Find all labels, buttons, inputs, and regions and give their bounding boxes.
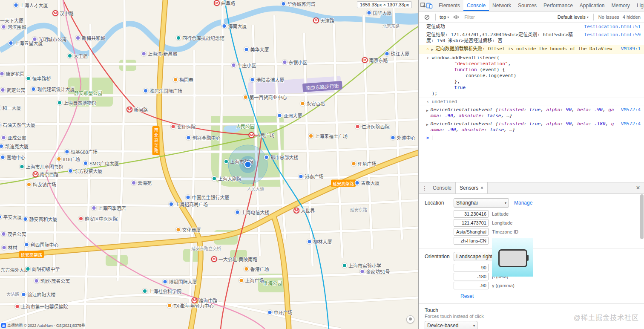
map-marker[interactable]: 平安大厦 — [0, 214, 22, 220]
reset-orientation-button[interactable]: Reset — [460, 293, 474, 299]
tab-network[interactable]: Network — [489, 0, 515, 11]
map-marker[interactable]: 港泰广场 — [299, 173, 324, 180]
tab-performance[interactable]: Performance — [540, 0, 576, 11]
source-link[interactable]: VM189:1 — [621, 46, 641, 52]
map-marker[interactable]: 东银小区 — [282, 59, 308, 66]
map-marker[interactable]: M天潼路 — [313, 17, 334, 24]
map-marker[interactable]: 雅居乐国际广场 — [143, 87, 182, 94]
map-marker[interactable]: SMG广电大厦 — [83, 160, 119, 167]
scrollbar-thumb[interactable] — [640, 194, 644, 239]
map-marker[interactable]: 仁济医院西院 — [355, 123, 390, 130]
map-marker[interactable]: 林村 — [2, 244, 17, 251]
map-marker[interactable]: 一天下大厦 — [0, 17, 23, 24]
map-pane[interactable]: 上海人才大厦M汉中路一天下大厦河滨围城M曲阜路华侨城苏河湾M天潼路国华大厦珠江大… — [0, 0, 418, 329]
map-marker[interactable]: 恒基688广场 — [64, 148, 97, 155]
map-marker[interactable]: 上海市第一妇婴保健院 — [15, 303, 68, 310]
console-filter-input[interactable] — [463, 14, 546, 20]
map-marker[interactable]: M南京西路 — [33, 171, 59, 178]
map-marker[interactable]: 大王庙 — [67, 52, 88, 59]
map-marker[interactable]: 818广场 — [56, 156, 80, 162]
map-marker[interactable]: 香港广场 — [244, 266, 269, 272]
map-marker[interactable]: 美华大厦 — [244, 46, 269, 53]
map-marker[interactable]: 上海四季酒店 — [92, 205, 126, 211]
map-marker[interactable]: 柳林大厦 — [307, 238, 332, 245]
map-marker[interactable]: 凯欣·茂名公寓 — [34, 277, 70, 284]
source-link[interactable]: testlocation.html:51 — [584, 24, 641, 30]
map-marker[interactable]: 牛庄小区 — [231, 62, 256, 69]
map-marker[interactable]: 上海市儿童图书馆 — [20, 163, 63, 170]
map-marker[interactable]: 静安区中医医院 — [78, 215, 118, 222]
map-marker[interactable]: 石油天然气大厦 — [0, 121, 35, 128]
map-marker[interactable]: M新闸路 — [126, 106, 148, 113]
map-marker[interactable]: 外滩中心 — [391, 134, 416, 141]
map-marker[interactable]: 四行仓库抗战纪念馆 — [176, 35, 224, 41]
map-marker[interactable]: 锦江向阳大楼 — [21, 291, 56, 298]
device-toolbar-icon[interactable] — [426, 1, 433, 10]
map-marker[interactable]: M汉中路 — [52, 10, 74, 17]
map-marker[interactable]: 上海来福士广场 — [308, 133, 348, 139]
orientation-input--alpha-[interactable] — [454, 264, 489, 271]
tab-memory[interactable]: Memory — [608, 0, 633, 11]
map-marker[interactable]: 静安高和大厦 — [23, 216, 58, 222]
map-marker[interactable]: 博银国际大厦 — [163, 278, 197, 285]
expand-triangle-icon[interactable]: ▶ — [431, 47, 434, 53]
location-input-timezone-id[interactable] — [454, 228, 489, 236]
map-marker[interactable]: M大世界 — [293, 207, 315, 214]
map-marker[interactable]: 中环广场 — [267, 309, 293, 316]
source-link[interactable]: testlocation.html:59 — [584, 32, 641, 38]
map-marker[interactable]: 上海广场 — [239, 277, 264, 284]
map-marker[interactable]: 亚成公寓 — [1, 134, 26, 141]
tab-application[interactable]: Application — [576, 0, 608, 11]
map-marker[interactable]: 上海大剧院 — [212, 175, 242, 182]
map-locate-control[interactable] — [406, 315, 414, 323]
console-prompt-row[interactable]: > — [419, 134, 644, 142]
map-marker[interactable]: M曲阜路 — [214, 0, 235, 6]
close-tab-icon[interactable]: × — [480, 185, 483, 191]
clear-console-icon[interactable] — [422, 12, 431, 22]
hidden-messages-count[interactable]: 4 hidden — [623, 14, 641, 20]
orientation-input--gamma-[interactable] — [454, 282, 489, 289]
map-marker[interactable]: 古象大厦 — [355, 179, 380, 186]
map-marker[interactable]: 现代建筑设计大厦 — [31, 86, 75, 92]
map-marker[interactable]: 第一百货商业中心 — [243, 94, 287, 101]
map-marker[interactable]: 上海自然博物馆 — [57, 99, 96, 106]
map-marker[interactable]: 嘉地中心 — [0, 154, 26, 161]
map-marker[interactable]: 茂名公寓 — [1, 231, 26, 237]
location-select[interactable]: Shanghai▾ — [454, 198, 509, 208]
log-levels-dropdown[interactable]: Default levels▾ — [558, 14, 589, 20]
tab-sources[interactable]: Sources — [515, 0, 540, 11]
map-marker[interactable]: 凯迪克大厦 — [0, 143, 29, 150]
map-marker[interactable]: 中国民生银行大厦 — [186, 194, 230, 201]
map-marker[interactable]: TX淮海·年轻力中心 — [167, 302, 214, 309]
map-marker[interactable]: 河滨围城 — [1, 23, 26, 30]
tab-console[interactable]: Console — [463, 0, 489, 11]
map-marker[interactable]: 上海电信大楼 — [235, 209, 270, 216]
map-marker[interactable]: 利西国际中心 — [24, 241, 59, 248]
map-marker[interactable]: 亚洲大厦 — [277, 112, 302, 119]
map-marker[interactable]: 东方海外大厦 — [0, 266, 29, 273]
orientation-preview[interactable] — [492, 238, 533, 277]
map-marker[interactable]: 华侨城苏河湾 — [281, 0, 316, 7]
location-input-latitude[interactable] — [454, 210, 489, 218]
expand-triangle-icon[interactable]: ▶ — [426, 108, 428, 114]
map-marker[interactable]: 上海湾·新昌城 — [141, 50, 178, 57]
map-marker[interactable]: 梅龙镇广场 — [26, 181, 56, 188]
map-marker[interactable]: 光明城市公寓 — [32, 36, 67, 43]
issues-status[interactable]: No Issues — [598, 14, 619, 20]
map-marker[interactable]: 和一大厦 — [0, 104, 21, 111]
location-input-longitude[interactable] — [454, 219, 489, 227]
map-marker[interactable]: 康定花园 — [0, 70, 25, 77]
map-marker[interactable]: 长征医院 — [171, 123, 196, 130]
map-marker[interactable]: 上海招商局广场 — [169, 201, 208, 208]
drawer-more-tools-icon[interactable]: ⋮ — [420, 185, 429, 191]
map-marker[interactable]: 文化商厦 — [176, 226, 201, 233]
manage-locations-button[interactable]: Manage — [514, 200, 532, 206]
source-link[interactable]: VM572:4 — [621, 107, 641, 113]
map-marker[interactable]: 东方投资大厦 — [68, 167, 103, 174]
inspect-element-icon[interactable] — [420, 1, 426, 10]
map-marker[interactable]: 金家坊51号 — [359, 268, 390, 275]
tab-elements[interactable]: Elements — [435, 0, 463, 11]
map-marker[interactable]: 向明初级中学 — [26, 266, 60, 272]
map-marker[interactable]: 海南大厦 — [222, 23, 247, 29]
map-marker[interactable]: 新梅共和城 — [75, 35, 105, 41]
